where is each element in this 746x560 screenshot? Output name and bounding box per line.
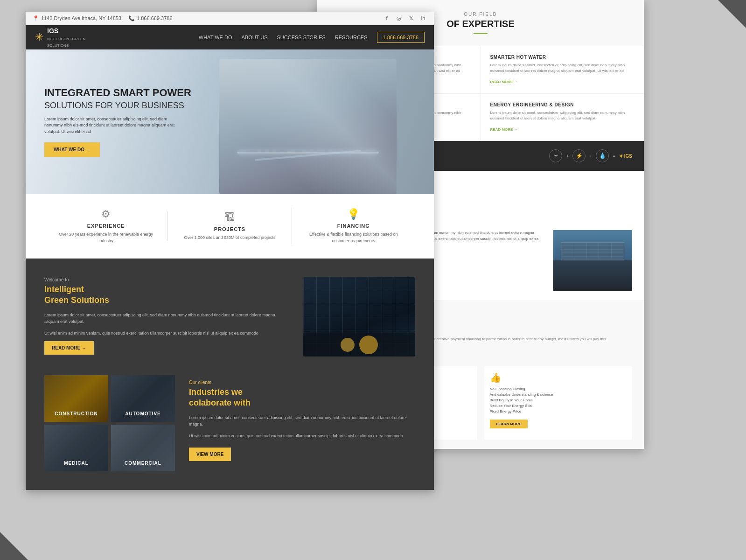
phone-info: 📞 1.866.669.3786 xyxy=(128,15,172,21)
hero-cta-button[interactable]: WHAT WE DO → xyxy=(44,142,100,157)
industries-text: Our clients Industries we colaborate wit… xyxy=(189,375,415,471)
formula-item-1: ☀ xyxy=(549,149,562,162)
industries-section: CONSTRUCTION AUTOMOTIVE MEDICAL COMMERCI… xyxy=(26,375,434,490)
expertise-energy-engineering: ENERGY ENGINEERING & DESIGN Lorem ipsum … xyxy=(481,94,644,141)
main-browser-window: 📍 1142 Dryden Ave Ithaca, NY 14853 📞 1.8… xyxy=(26,12,434,490)
process-image xyxy=(553,230,632,291)
hot-water-link[interactable]: READ MORE → xyxy=(490,80,518,84)
construction-label: CONSTRUCTION xyxy=(55,411,98,422)
facebook-icon[interactable]: f xyxy=(383,14,390,22)
about-para-2: Ut wisi enim ad minim veniam, quis nostr… xyxy=(44,330,289,336)
view-more-button[interactable]: VIEW MORE xyxy=(189,448,231,461)
about-text: Welcome to Intelligent Green Solutions L… xyxy=(44,277,289,355)
hero-content: INTEGRATED SMART POWER SOLUTIONS FOR YOU… xyxy=(26,87,210,157)
corner-decoration-bottom xyxy=(0,532,28,560)
solar-panel-visual xyxy=(303,277,415,357)
energy-engineering-text: Lorem ipsum dolor sit amet, consectetuer… xyxy=(490,110,635,121)
industry-automotive[interactable]: AUTOMOTIVE xyxy=(111,375,175,422)
hero-subtitle: SOLUTIONS FOR YOUR BUSINESS xyxy=(44,101,191,111)
welcome-label: Welcome to xyxy=(44,277,289,282)
phone-icon: 📞 xyxy=(128,15,135,21)
industries-para-2: Ut wisi enim ad minim veniam, quis nostr… xyxy=(189,433,415,439)
hot-water-text: Lorem ipsum dolor sit amet, consectetuer… xyxy=(490,63,635,74)
projects-icon: 🏗 xyxy=(177,211,282,224)
stat-experience: ⚙ EXPERIENCE Over 20 years experience in… xyxy=(44,208,167,244)
contact-info: 📍 1142 Dryden Ave Ithaca, NY 14853 📞 1.8… xyxy=(33,15,173,21)
hero-image xyxy=(219,59,397,194)
our-clients-label: Our clients xyxy=(189,380,415,385)
corner-decoration-top xyxy=(718,0,746,28)
nav-what-we-do[interactable]: WHAT WE DO xyxy=(199,35,232,40)
igs-ppa-learn-more-button[interactable]: LEARN MORE xyxy=(490,420,528,428)
industries-title: Industries we colaborate with xyxy=(189,387,415,409)
stat-experience-title: EXPERIENCE xyxy=(54,223,158,229)
energy-engineering-title: ENERGY ENGINEERING & DESIGN xyxy=(490,102,635,107)
nav-phone-button[interactable]: 1.866.669.3786 xyxy=(377,32,425,43)
twitter-icon[interactable]: 𝕏 xyxy=(407,14,415,22)
read-more-button[interactable]: READ MORE → xyxy=(44,341,94,355)
nav-about-us[interactable]: ABOUT US xyxy=(241,35,267,40)
nav-success-stories[interactable]: SUCCESS STORIES xyxy=(277,35,326,40)
formula-item-2: ⚡ xyxy=(572,149,586,162)
formula-equals: = xyxy=(613,154,615,159)
stats-bar: ⚙ EXPERIENCE Over 20 years experience in… xyxy=(26,194,434,259)
logo-icon: ✳ xyxy=(35,31,43,43)
industries-para-1: Lorem ipsum dolor sit amet, consectetuer… xyxy=(189,414,415,428)
nav-resources[interactable]: RESOURCES xyxy=(335,35,368,40)
financing-icon: 💡 xyxy=(301,208,406,220)
stat-financing: 💡 FINANCING Effective & flexible financi… xyxy=(292,208,415,244)
stat-financing-text: Effective & flexible financing solutions… xyxy=(301,231,406,244)
igs-ppa-item-4: Reduce Your Energy Bills xyxy=(490,404,627,408)
hot-water-title: SMARTER HOT WATER xyxy=(490,55,635,60)
igs-ppa-item-5: Fixed Energy Price xyxy=(490,409,627,413)
social-links: f ◎ 𝕏 in xyxy=(383,14,427,22)
nav-links: WHAT WE DO ABOUT US SUCCESS STORIES RESO… xyxy=(199,32,425,43)
about-para-1: Lorem ipsum dolor sit amet, consectetuer… xyxy=(44,312,289,325)
main-nav: ✳ IGS INTELLIGENT GREENSOLUTIONS WHAT WE… xyxy=(26,25,434,49)
logo: ✳ IGS INTELLIGENT GREENSOLUTIONS xyxy=(35,27,85,49)
experience-icon: ⚙ xyxy=(54,208,158,220)
instagram-icon[interactable]: ◎ xyxy=(395,14,403,22)
formula-plus-2: + xyxy=(589,154,592,159)
industries-grid: CONSTRUCTION AUTOMOTIVE MEDICAL COMMERCI… xyxy=(44,375,175,471)
expertise-hot-water: SMARTER HOT WATER Lorem ipsum dolor sit … xyxy=(481,46,644,93)
stat-experience-text: Over 20 years experience in the renewabl… xyxy=(54,231,158,244)
hero-body-text: Lorem ipsum dolor sit amet, consectetuer… xyxy=(44,116,175,135)
one-solution-formula: ☀ + ⚡ + 💧 = ✳ IGS xyxy=(549,149,632,162)
linkedin-icon[interactable]: in xyxy=(419,14,427,22)
stat-projects-text: Over 1,000 sites and $20M of completed p… xyxy=(177,235,282,241)
solar-building-visual xyxy=(553,230,632,291)
igs-ppa-item-3: Build Equity in Your Home xyxy=(490,398,627,402)
logo-text: IGS INTELLIGENT GREENSOLUTIONS xyxy=(47,27,85,49)
hero-section: INTEGRATED SMART POWER SOLUTIONS FOR YOU… xyxy=(26,49,434,194)
about-section: Welcome to Intelligent Green Solutions L… xyxy=(26,259,434,375)
igs-ppa-item-2: And valuabe Understanding & science xyxy=(490,392,627,397)
energy-engineering-link[interactable]: READ MORE → xyxy=(490,127,518,132)
top-info-bar: 📍 1142 Dryden Ave Ithaca, NY 14853 📞 1.8… xyxy=(26,12,434,25)
automotive-label: AUTOMOTIVE xyxy=(125,411,160,422)
igs-ppa-card: 👍 No Financing Closing And valuabe Under… xyxy=(484,366,633,440)
industry-medical[interactable]: MEDICAL xyxy=(44,425,108,471)
phone-text: 1.866.669.3786 xyxy=(137,15,172,21)
company-name: Intelligent Green Solutions xyxy=(44,284,289,306)
address-info: 📍 1142 Dryden Ave Ithaca, NY 14853 xyxy=(33,15,121,21)
solar-panel-image xyxy=(303,277,415,357)
formula-plus-1: + xyxy=(566,154,569,159)
industry-construction[interactable]: CONSTRUCTION xyxy=(44,375,108,422)
stat-projects-title: PROJECTS xyxy=(177,226,282,232)
stat-financing-title: FINANCING xyxy=(301,223,406,229)
formula-item-3: 💧 xyxy=(596,149,609,162)
industry-commercial[interactable]: COMMERCIAL xyxy=(111,425,175,471)
igs-ppa-icon: 👍 xyxy=(490,372,627,383)
commercial-label: COMMERCIAL xyxy=(125,461,161,471)
igs-ppa-item-1: No Financing Closing xyxy=(490,387,627,391)
address-text: 1142 Dryden Ave Ithaca, NY 14853 xyxy=(41,15,121,21)
formula-logo: ✳ IGS xyxy=(619,154,632,159)
hero-title: INTEGRATED SMART POWER xyxy=(44,87,191,99)
stat-projects: 🏗 PROJECTS Over 1,000 sites and $20M of … xyxy=(167,211,291,241)
location-icon: 📍 xyxy=(33,15,39,21)
medical-label: MEDICAL xyxy=(64,461,89,471)
